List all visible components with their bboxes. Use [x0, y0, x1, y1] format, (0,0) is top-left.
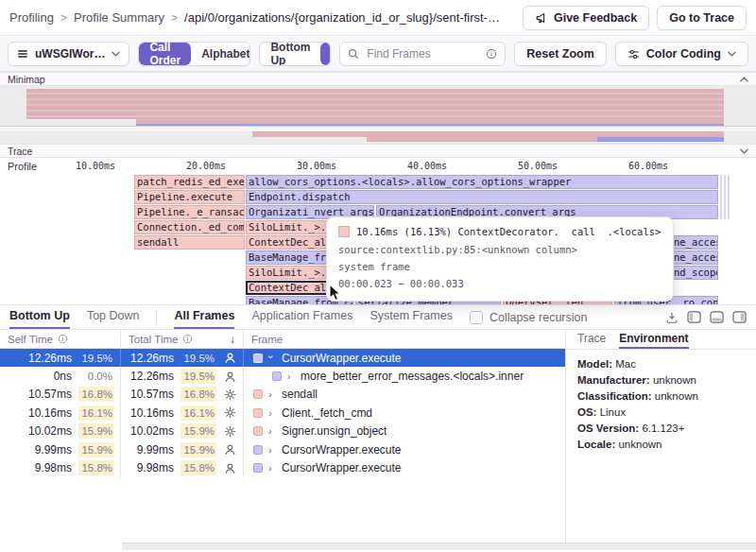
minimap-section-header[interactable]: Minimap — [0, 72, 756, 86]
tab-top-down[interactable]: Top Down — [87, 305, 140, 329]
table-row[interactable]: 10.16ms16.1%10.16ms16.1%›Client._fetch_c… — [0, 404, 565, 422]
flame-frame-nd-scopes[interactable]: nd_scopes — [671, 266, 718, 280]
flame-frame-sendall[interactable]: sendall — [134, 235, 245, 250]
flame-frame-connection-ed-command[interactable]: Connection._ed_command — [134, 220, 245, 234]
go-to-trace-label: Go to Trace — [669, 11, 734, 25]
tab-system-frames[interactable]: System Frames — [369, 305, 453, 329]
thread-selector-dropdown[interactable]: uWSGIWor… — [8, 42, 129, 66]
minimap-block — [367, 137, 597, 142]
dock-right-icon[interactable] — [732, 311, 747, 323]
axis-tick: 50.00ms — [518, 161, 558, 171]
axis-tick: 40.00ms — [407, 161, 447, 171]
flame-frame-patch-redis-ed-execute[interactable]: patch_redis_ed_execute — [134, 175, 245, 189]
collapse-recursion-toggle[interactable]: Collapse recursion — [470, 311, 588, 324]
self-time-column-header[interactable]: Self Time — [0, 330, 121, 348]
flame-frame-silolimit-over[interactable]: SiloLimit._>.over — [246, 266, 328, 280]
total-time-cell: 10.16ms16.1% — [121, 404, 244, 422]
info-icon — [182, 334, 193, 344]
direction-tab-top-down[interactable]: Top Down — [320, 43, 331, 65]
flame-frame-endpoint-dispatch[interactable]: Endpoint.dispatch — [246, 190, 718, 204]
frame-tooltip: 10.16ms (16.13%) ContextDecorator.__call… — [326, 216, 674, 302]
sort-tab-alphabetical[interactable]: Alphabetical — [191, 43, 250, 65]
frame-cell[interactable]: ›Client._fetch_cmd — [244, 404, 565, 422]
minimap-canvas[interactable] — [0, 86, 756, 144]
panel-layout-controls — [665, 311, 747, 324]
flame-frame-allow-cors-options-locals-allow-cors-options-wrapper[interactable]: allow_cors_options.<locals>.allow_cors_o… — [246, 175, 718, 189]
breadcrumb-profile-summary[interactable]: Profile Summary — [74, 10, 164, 25]
dock-bottom-icon[interactable] — [710, 311, 724, 323]
frame-cell[interactable]: ›CursorWrapper.execute — [244, 458, 565, 476]
breadcrumb: Profiling > Profile Summary > /api/0/org… — [9, 10, 500, 25]
total-time-percent: 15.9% — [180, 423, 216, 439]
download-icon[interactable] — [665, 311, 679, 324]
flame-frame-contextdec-als-i[interactable]: ContextDec_als>.i — [246, 281, 328, 295]
flamegraph-toolbar: uWSGIWor… Call OrderAlphabeticalLeft Hea… — [0, 37, 756, 72]
direction-tab-bottom-up[interactable]: Bottom Up — [260, 43, 320, 65]
trace-section-header[interactable]: Trace — [0, 144, 756, 158]
frame-cell[interactable]: ›Signer.unsign_object — [244, 423, 565, 440]
flame-frame-contextdec-als-i[interactable]: ContextDec_als>.i — [246, 235, 328, 250]
table-row[interactable]: 9.99ms15.9%9.99ms15.9%›CursorWrapper.exe… — [0, 440, 565, 458]
details-tab-environment[interactable]: Environment — [619, 330, 688, 349]
flame-frame-ne-access[interactable]: ne_access — [671, 250, 718, 265]
tab-application-frames[interactable]: Application Frames — [251, 305, 352, 329]
give-feedback-label: Give Feedback — [554, 11, 637, 25]
hamburger-icon — [17, 48, 28, 60]
self-time-cell: 0ns0.0% — [0, 367, 121, 385]
total-time-percent: 15.9% — [180, 442, 216, 457]
chevron-down-icon[interactable]: › — [266, 354, 277, 362]
tab-bottom-up[interactable]: Bottom Up — [9, 305, 70, 329]
frame-cell[interactable]: ›sendall — [244, 386, 565, 404]
sort-descending-icon[interactable]: ↓ — [230, 333, 235, 346]
frame-cell[interactable]: ›CursorWrapper.execute — [244, 440, 565, 458]
frame-cell[interactable]: ›CursorWrapper.execute — [244, 349, 565, 367]
table-row[interactable]: 10.02ms15.9%10.02ms15.9%›Signer.unsign_o… — [0, 423, 565, 440]
table-row[interactable]: 0ns0.0%12.26ms19.5%›more_better_error_me… — [0, 367, 565, 385]
find-frames-input[interactable] — [365, 46, 480, 61]
tab-all-frames[interactable]: All Frames — [174, 305, 234, 329]
collapse-recursion-checkbox[interactable] — [470, 311, 483, 324]
table-row[interactable]: 10.57ms16.8%10.57ms16.8%›sendall — [0, 386, 565, 404]
sort-tab-call-order[interactable]: Call Order — [139, 43, 191, 65]
chevron-right-icon[interactable]: › — [268, 425, 276, 437]
flame-frame-ne-access[interactable]: ne_access — [671, 235, 718, 250]
table-row[interactable]: 9.98ms15.8%9.98ms15.8%›CursorWrapper.exe… — [0, 458, 565, 476]
trace-title: Trace — [8, 146, 32, 157]
frame-color-square — [272, 371, 282, 381]
minimap-title: Minimap — [8, 74, 45, 85]
self-time-value: 9.99ms — [35, 443, 72, 457]
flame-frame-silolimit-over[interactable]: SiloLimit._>.over — [246, 220, 328, 234]
frame-cell[interactable]: ›more_better_error_messages.<locals>.inn… — [244, 367, 565, 385]
details-tab-trace[interactable]: Trace — [577, 330, 606, 349]
color-coding-dropdown[interactable]: Color Coding — [615, 42, 748, 66]
flame-frame-basemanage-from-c[interactable]: BaseManage_from_c — [246, 250, 328, 265]
give-feedback-button[interactable]: Give Feedback — [523, 6, 649, 30]
system-frame-icon — [223, 406, 237, 419]
chevron-right-icon[interactable]: › — [287, 371, 295, 382]
total-time-value: 10.02ms — [130, 424, 174, 438]
go-to-trace-button[interactable]: Go to Trace — [657, 6, 747, 30]
breadcrumb-profiling[interactable]: Profiling — [9, 10, 54, 25]
chevron-right-icon[interactable]: › — [268, 388, 276, 400]
total-time-cell: 12.26ms19.5% — [121, 367, 244, 385]
horizontal-scrollbar[interactable] — [122, 543, 756, 550]
reset-zoom-button[interactable]: Reset Zoom — [514, 42, 607, 66]
sorting-segmented-control: Call OrderAlphabeticalLeft Heavy — [138, 42, 250, 66]
dock-left-icon[interactable] — [687, 311, 701, 323]
chevron-right-icon[interactable]: › — [268, 407, 276, 419]
tabs-divider — [156, 310, 157, 325]
table-row[interactable]: 12.26ms19.5%12.26ms19.5%›CursorWrapper.e… — [0, 349, 565, 367]
system-frame-icon — [223, 388, 237, 401]
chevron-up-icon[interactable] — [740, 77, 748, 82]
flame-frame-pipeline-execute[interactable]: Pipeline.execute — [134, 190, 245, 204]
chevron-right-icon[interactable]: › — [268, 444, 276, 456]
frame-column-header[interactable]: Frame — [244, 330, 565, 348]
thread-selector-label: uWSGIWor… — [35, 47, 105, 60]
flame-frame-pipeline-e-ransaction[interactable]: Pipeline._e_ransaction — [134, 205, 245, 219]
chevron-down-icon[interactable] — [740, 148, 748, 154]
chevron-right-icon[interactable]: › — [268, 462, 276, 474]
application-frame-icon — [223, 371, 237, 383]
megaphone-icon — [535, 11, 548, 25]
find-frames-search — [339, 42, 506, 66]
total-time-column-header[interactable]: Total Time ↓ — [121, 330, 244, 348]
